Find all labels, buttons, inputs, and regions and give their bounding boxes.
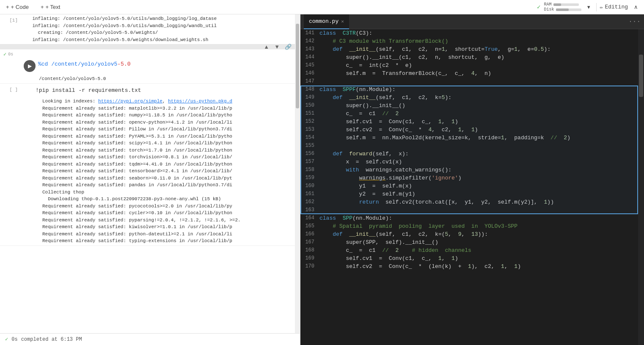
- cells-main: [1] inflating: /content/yolo/yolov5-5.0/…: [0, 14, 295, 333]
- highlight-block: 148 class SPPF(nn.Module): 149 def __ini…: [300, 86, 638, 206]
- code-line-163: 163: [300, 206, 638, 214]
- check-icon: ✓: [537, 3, 540, 11]
- add-code-label: + Code: [11, 4, 29, 10]
- editor-tab-common-py[interactable]: common.py ✕: [304, 14, 349, 29]
- cell-3-content: !pip install -r requirements.txt Looking…: [21, 84, 295, 246]
- chevron-up-icon: ∧: [634, 4, 638, 10]
- cell-1-scrollbar[interactable]: ▲ ▼ 🔗: [0, 44, 295, 49]
- editor-scrollbar[interactable]: [638, 29, 644, 345]
- cell-1-output: inflating: /content/yolo/yolov5-5.0/util…: [21, 14, 295, 44]
- tab-filename: common.py: [309, 18, 339, 25]
- add-text-button[interactable]: + + Text: [38, 2, 63, 12]
- toolbar: + + Code + + Text ✓ RAM Disk ▾ ✏: [0, 0, 644, 14]
- code-line-148: 148 class SPPF(nn.Module):: [300, 86, 638, 94]
- code-line-164: 164 class SPP(nn.Module):: [300, 214, 638, 222]
- link-btn[interactable]: 🔗: [283, 43, 293, 51]
- code-line-169: 169 self.cv1 = Conv(c1, c_, 1, 1): [300, 254, 638, 262]
- code-line-149: 149 def __init__(self, c1, c2, k=5):: [300, 94, 638, 102]
- add-code-button[interactable]: + + Code: [3, 2, 31, 12]
- code-line-144: 144 super().__init__(c1, c2, n, shortcut…: [300, 53, 638, 61]
- cell-2-check: ✓: [3, 51, 6, 58]
- code-line-161: 161 y2 = self.m(y1): [300, 190, 638, 198]
- disk-progress-fill: [556, 8, 569, 11]
- cell-2: ✓ 0s ▶ %cd /content/yolo/yolov5-5.0 /con…: [0, 50, 295, 84]
- code-line-157: 157 x = self.cv1(x): [300, 158, 638, 166]
- cell-2-number: [0, 58, 21, 61]
- cell-2-status: ✓ 0s: [0, 50, 295, 58]
- code-line-150: 150 super().__init__(): [300, 102, 638, 110]
- toolbar-right: ✓ RAM Disk ▾ ✏ Editing ∧: [537, 2, 641, 12]
- editor-more-options[interactable]: ···: [628, 18, 641, 25]
- notebook-scrollbar-thumb: [296, 24, 299, 108]
- code-line-159: 159 warnings.simplefilter('ignore'): [300, 174, 638, 182]
- scroll-up-btn[interactable]: ▲: [262, 43, 271, 51]
- cell-2-code-input: ▶ %cd /content/yolo/yolov5-5.0: [21, 58, 295, 75]
- code-line-167: 167 super(SPP, self).__init__(): [300, 238, 638, 246]
- code-line-141: 141 class C3TR(C3):: [300, 29, 638, 37]
- editing-label-area: ✏ Editing: [600, 4, 628, 11]
- cell-3-code-input: !pip install -r requirements.txt: [21, 84, 295, 97]
- editing-text: Editing: [605, 4, 628, 10]
- cell-3: [ ] !pip install -r requirements.txt Loo…: [0, 84, 295, 246]
- cell-2-row: ▶ %cd /content/yolo/yolov5-5.0 /content/…: [0, 58, 295, 83]
- ram-disk-widget: RAM Disk: [544, 2, 581, 12]
- editor-tabs: common.py ✕ ···: [300, 14, 644, 29]
- cell-2-code-text: %cd /content/yolo/yolov5-5.0: [38, 60, 130, 69]
- code-line-162: 162 return self.cv2(torch.cat([x, y1, y2…: [300, 198, 638, 206]
- code-lines: 141 class C3TR(C3): 142 # C3 module with…: [300, 29, 638, 270]
- code-line-145: 145 c_ = int(c2 * e): [300, 61, 638, 69]
- bottom-status: ✓ 0s completed at 6:13 PM: [0, 333, 300, 345]
- code-line-155: 155: [300, 142, 638, 150]
- ram-disk-dropdown[interactable]: ▾: [585, 2, 593, 12]
- scroll-down-btn[interactable]: ▼: [272, 43, 281, 51]
- plus-code-icon: +: [6, 4, 9, 10]
- cell-1: [1] inflating: /content/yolo/yolov5-5.0/…: [0, 14, 295, 50]
- add-text-label: + Text: [45, 4, 60, 10]
- cell-3-row: [ ] !pip install -r requirements.txt Loo…: [0, 84, 295, 246]
- disk-progress-bar: [556, 8, 581, 11]
- code-line-153: 153 self.cv2 = Conv(c_ * 4, c2, 1, 1): [300, 126, 638, 134]
- ram-label: RAM: [544, 2, 552, 7]
- plus-text-icon: +: [41, 4, 44, 10]
- cell-3-code-text: !pip install -r requirements.txt: [36, 86, 141, 95]
- cell-3-number: [ ]: [0, 84, 21, 92]
- editor-main-area: 141 class C3TR(C3): 142 # C3 module with…: [300, 29, 644, 345]
- collapse-button[interactable]: ∧: [631, 2, 641, 12]
- code-line-170: 170 self.cv2 = Conv(c_ * (len(k) + 1), c…: [300, 262, 638, 270]
- notebook-scrollbar[interactable]: [295, 14, 300, 333]
- code-line-146: 146 self.m = TransformerBlock(c_, c_, 4,…: [300, 69, 638, 77]
- cell-3-output: Looking in indexes: https://pypi.org/sim…: [21, 97, 295, 246]
- code-line-142: 142 # C3 module with TransformerBlock(): [300, 37, 638, 45]
- cell-2-output: /content/yolo/yolov5-5.0: [21, 75, 295, 83]
- disk-label: Disk: [544, 7, 554, 12]
- cell-2-time: 0s: [8, 52, 13, 57]
- editor-scrollbar-thumb: [639, 55, 643, 97]
- cell-1-number: [1]: [0, 14, 21, 23]
- code-line-143: 143 def __init__(self, c1, c2, n=1, shor…: [300, 45, 638, 53]
- notebook-panel: [1] inflating: /content/yolo/yolov5-5.0/…: [0, 14, 300, 345]
- code-line-147: 147: [300, 77, 638, 86]
- cell-2-content: ▶ %cd /content/yolo/yolov5-5.0 /content/…: [21, 58, 295, 83]
- cell-1-content: inflating: /content/yolo/yolov5-5.0/util…: [21, 14, 295, 44]
- code-line-168: 168 c_ = c1 // 2 # hidden channels: [300, 246, 638, 254]
- editor-panel: common.py ✕ ··· 141 class C3TR(C3): 142: [300, 14, 644, 345]
- tab-close-icon[interactable]: ✕: [341, 19, 344, 24]
- status-time: 0s: [11, 337, 17, 342]
- cell-1-row: [1] inflating: /content/yolo/yolov5-5.0/…: [0, 14, 295, 44]
- code-line-151: 151 c_ = c1 // 2: [300, 110, 638, 118]
- pypi-link[interactable]: https://pypi.org/simple: [98, 99, 162, 104]
- cell-2-run-button[interactable]: ▶: [24, 60, 36, 72]
- status-completed: completed at 6:13 PM: [21, 337, 82, 342]
- cells-with-scroll: [1] inflating: /content/yolo/yolov5-5.0/…: [0, 14, 300, 333]
- main-content: [1] inflating: /content/yolo/yolov5-5.0/…: [0, 14, 644, 345]
- code-line-158: 158 with warnings.catch_warnings():: [300, 166, 638, 174]
- ram-progress-fill: [553, 3, 561, 6]
- ram-progress-bar: [553, 3, 579, 6]
- code-line-152: 152 self.cv1 = Conv(c1, c_, 1, 1): [300, 118, 638, 126]
- code-area[interactable]: 141 class C3TR(C3): 142 # C3 module with…: [300, 29, 638, 345]
- divider: [596, 3, 597, 11]
- code-line-156: 156 def forward(self, x):: [300, 150, 638, 158]
- us-python-link[interactable]: https://us-python.pkg.d: [168, 99, 232, 104]
- status-check-icon: ✓: [5, 336, 8, 342]
- code-line-165: 165 # Spatial pyramid pooling layer used…: [300, 222, 638, 230]
